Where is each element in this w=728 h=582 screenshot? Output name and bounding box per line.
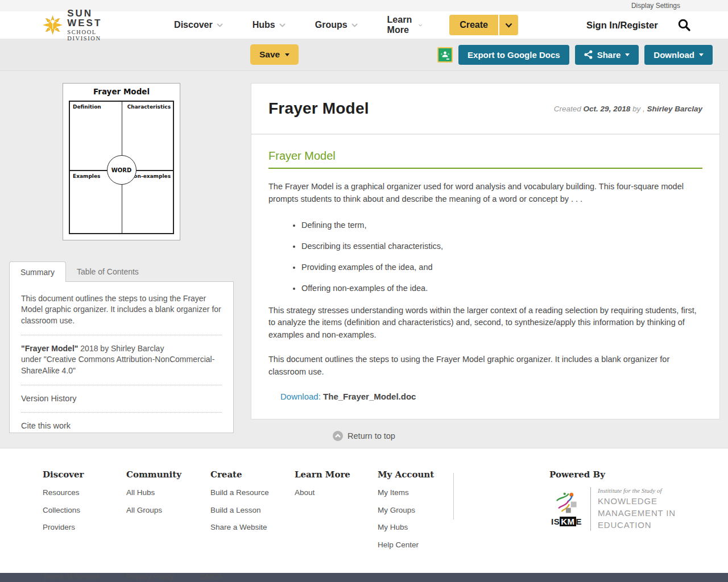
section-heading: Frayer Model	[268, 149, 702, 169]
list-item: Providing examples of the idea, and	[301, 263, 702, 272]
footer-link[interactable]: My Items	[378, 488, 453, 497]
thumbnail-title: Frayer Model	[63, 87, 180, 96]
search-icon	[677, 18, 691, 32]
footer-link[interactable]: About	[295, 488, 378, 497]
google-classroom-icon	[440, 50, 450, 60]
save-button[interactable]: Save	[250, 44, 299, 65]
powered-by-label: Powered By	[549, 469, 676, 480]
bullet-list: Defining the term, Describing its essent…	[268, 221, 702, 293]
list-item: Offering non-examples of the idea.	[301, 284, 702, 293]
created-label: Created	[554, 105, 584, 113]
footer-col-my-account: My Account My Items My Groups My Hubs He…	[378, 469, 453, 558]
iskme-divider	[590, 487, 591, 531]
quadrant-characteristics: Characteristics	[127, 104, 171, 110]
footer-link[interactable]: Build a Resource	[210, 488, 295, 497]
footer-link[interactable]: Help Center	[378, 541, 453, 549]
share-button[interactable]: Share	[575, 45, 639, 65]
caret-down-icon	[625, 53, 630, 56]
nav-discover[interactable]: Discover	[174, 20, 223, 30]
frayer-diagram: Definition Characteristics Examples Non-…	[69, 101, 174, 234]
footer-col-create: Create Build a Resource Build a Lesson S…	[210, 469, 295, 558]
footer-divider	[453, 473, 454, 519]
nav-hubs[interactable]: Hubs	[253, 20, 286, 30]
cite-this-work-link[interactable]: Cite this work	[21, 421, 71, 430]
footer-link[interactable]: Share a Website	[210, 523, 295, 531]
download-file-name: The_Frayer_Model.doc	[321, 392, 416, 401]
author-name[interactable]: Shirley Barclay	[647, 105, 702, 113]
terms-of-service-link[interactable]: Terms of Service	[43, 572, 100, 581]
byline: Created Oct. 29, 2018 by , Shirley Barcl…	[554, 105, 702, 113]
primary-nav: Discover Hubs Groups Learn More	[174, 15, 422, 35]
footer-link[interactable]: My Hubs	[378, 523, 453, 531]
quadrant-non-examples: Non-examples	[130, 173, 171, 179]
privacy-policy-link[interactable]: Privacy Policy	[126, 572, 174, 581]
footer-col-learn-more: Learn More About	[295, 469, 378, 558]
nav-groups[interactable]: Groups	[315, 20, 358, 30]
chevron-down-icon	[351, 23, 358, 27]
article-body: Frayer Model The Frayer Model is a graph…	[251, 135, 719, 401]
summary-text: This document outlines the steps to usin…	[21, 293, 222, 326]
word-circle: WORD	[107, 155, 136, 185]
logo-subtitle: SCHOOL DIVISION	[67, 30, 111, 41]
footer-link[interactable]: All Hubs	[126, 488, 210, 497]
logo-title: SUN WEST	[67, 9, 111, 28]
footer-link[interactable]: Collections	[43, 506, 126, 514]
paragraph: This document outlines the steps to usin…	[268, 354, 702, 379]
footer-link[interactable]: Build a Lesson	[210, 506, 295, 514]
paragraph: The Frayer Model is a graphical organize…	[268, 181, 702, 206]
dmca-link[interactable]: DMCA	[200, 572, 223, 581]
site-footer: Discover Resources Collections Providers…	[0, 448, 728, 573]
sign-in-register-link[interactable]: Sign In/Register	[586, 20, 658, 31]
chevron-down-icon	[419, 23, 422, 27]
list-item: Defining the term,	[301, 221, 702, 230]
chevron-down-icon	[279, 23, 286, 27]
footer-link[interactable]: Providers	[43, 523, 126, 531]
download-file-link[interactable]: Download:	[280, 392, 321, 401]
caret-down-icon	[285, 53, 289, 56]
footer-link[interactable]: All Groups	[126, 506, 210, 514]
content-area: Frayer Model Definition Characteristics …	[0, 71, 728, 448]
footer-col-discover: Discover Resources Collections Providers	[43, 469, 126, 558]
footer-link[interactable]: My Groups	[378, 506, 453, 514]
summary-panel: This document outlines the steps to usin…	[9, 281, 234, 433]
list-item: Describing its essential characteristics…	[301, 242, 702, 251]
quadrant-definition: Definition	[73, 104, 101, 110]
export-google-docs-button[interactable]: Export to Google Docs	[458, 45, 569, 65]
paragraph: This strategy stresses understanding wor…	[268, 305, 702, 342]
download-button[interactable]: Download	[644, 45, 713, 65]
caret-down-icon	[699, 53, 704, 56]
circle-chevron-up-icon	[333, 431, 343, 441]
citation: "Frayer Model" 2018 by Shirley Barclay u…	[21, 343, 222, 376]
sidebar-tabs: Summary Table of Contents	[9, 261, 150, 282]
create-button[interactable]: Create	[449, 15, 498, 35]
footer-link[interactable]: Resources	[43, 488, 126, 497]
display-settings-link[interactable]: Display Settings	[631, 2, 680, 10]
created-date: Oct. 29, 2018	[584, 105, 631, 113]
footer-col-community: Community All Hubs All Groups	[126, 469, 210, 558]
legal-links: Terms of Service Privacy Policy DMCA	[0, 572, 728, 581]
search-button[interactable]	[677, 18, 691, 32]
resource-main-panel: Frayer Model Created Oct. 29, 2018 by , …	[251, 83, 720, 419]
by-label: by ,	[630, 105, 647, 113]
resource-toolbar: Save Export to Google Docs Share	[0, 39, 728, 71]
tab-summary[interactable]: Summary	[9, 261, 66, 282]
chevron-down-icon	[505, 23, 512, 28]
page-title: Frayer Model	[268, 99, 369, 118]
nav-learn-more[interactable]: Learn More	[387, 15, 423, 35]
chevron-down-icon	[217, 23, 223, 27]
version-history-link[interactable]: Version History	[21, 394, 77, 403]
quadrant-examples: Examples	[73, 173, 100, 179]
share-icon	[584, 50, 593, 59]
tab-table-of-contents[interactable]: Table of Contents	[66, 261, 150, 282]
sunwest-logo[interactable]: SUN WEST SCHOOL DIVISION	[43, 9, 111, 41]
google-classroom-button[interactable]	[437, 47, 453, 63]
main-navbar: SUN WEST SCHOOL DIVISION Discover Hubs G…	[0, 11, 728, 39]
create-split-button: Create	[449, 15, 518, 35]
iskme-logo: ISKME Instititute for the Study of KNOWL…	[549, 487, 676, 531]
iskme-figures-icon	[553, 492, 580, 517]
sunwest-logo-icon	[43, 11, 63, 39]
iskme-tagline: Instititute for the Study of	[598, 487, 676, 494]
create-dropdown-button[interactable]	[498, 15, 518, 35]
document-thumbnail[interactable]: Frayer Model Definition Characteristics …	[63, 83, 180, 240]
powered-by-block: Powered By ISKME	[549, 469, 676, 558]
